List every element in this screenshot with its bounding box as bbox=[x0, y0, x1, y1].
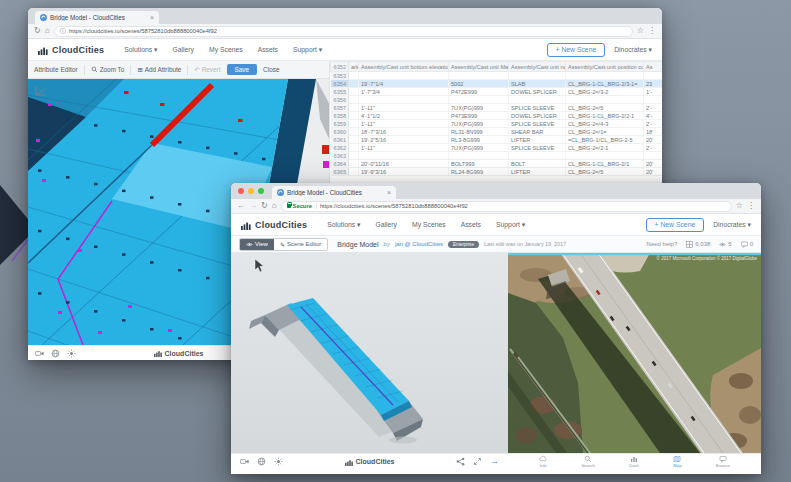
table-cell[interactable] bbox=[349, 152, 359, 160]
videocam-icon[interactable] bbox=[240, 457, 249, 466]
url-field[interactable]: ⓘ https://cloudcities.io/scenes/58752810… bbox=[54, 26, 633, 37]
table-row[interactable]: 6363 bbox=[331, 152, 663, 160]
table-cell[interactable] bbox=[349, 112, 359, 120]
table-cell[interactable] bbox=[566, 152, 644, 160]
globe-icon[interactable] bbox=[257, 457, 266, 466]
bookmark-star-icon[interactable]: ☆ bbox=[637, 27, 644, 35]
nav-link-my-scenes[interactable]: My Scenes bbox=[209, 46, 243, 54]
nav-link-support[interactable]: Support ▾ bbox=[496, 221, 525, 229]
url-field[interactable]: Secure https://cloudcities.io/scenes/587… bbox=[281, 201, 732, 212]
table-cell[interactable]: P473E999 bbox=[449, 112, 509, 120]
scene-editor-button[interactable]: ✎ Scene Editor bbox=[274, 239, 327, 250]
map-tool-map[interactable]: Map bbox=[673, 455, 681, 468]
nav-link-gallery[interactable]: Gallery bbox=[375, 221, 397, 229]
table-row[interactable]: 6353 bbox=[331, 72, 663, 80]
table-cell[interactable]: BOLT999 bbox=[449, 160, 509, 168]
table-cell[interactable]: CL_BRG-2=/5 bbox=[566, 104, 644, 112]
table-cell[interactable]: DOWEL SPLICER bbox=[509, 88, 566, 96]
table-cell[interactable]: 18'-7"3/16 bbox=[359, 128, 449, 136]
new-scene-button[interactable]: + New Scene bbox=[646, 218, 705, 232]
home-icon[interactable]: ⌂ bbox=[272, 202, 277, 210]
table-cell[interactable]: CL_BRG-2=/5 bbox=[566, 168, 644, 176]
table-cell[interactable]: RL24-8G999 bbox=[449, 168, 509, 176]
new-scene-button[interactable]: + New Scene bbox=[547, 43, 606, 57]
table-cell[interactable] bbox=[349, 88, 359, 96]
table-cell[interactable] bbox=[449, 72, 509, 80]
info-circle-icon[interactable]: ⓘ bbox=[60, 27, 67, 36]
nav-link-assets[interactable]: Assets bbox=[258, 46, 278, 54]
table-cell[interactable] bbox=[349, 104, 359, 112]
secure-badge[interactable]: Secure bbox=[287, 203, 317, 209]
table-cell[interactable]: 20' bbox=[644, 160, 663, 168]
column-header[interactable]: Assembly/Cast unit Mark bbox=[449, 62, 509, 72]
table-cell[interactable] bbox=[359, 96, 449, 104]
nav-link-my-scenes[interactable]: My Scenes bbox=[412, 221, 446, 229]
browser-tab[interactable]: Bridge Model - CloudCities × bbox=[272, 186, 396, 199]
table-cell[interactable]: 20'-0"11/16 bbox=[359, 160, 449, 168]
column-header[interactable]: ark bbox=[349, 62, 359, 72]
videocam-icon[interactable] bbox=[35, 349, 44, 358]
table-cell[interactable]: 4'-1"1/2 bbox=[359, 112, 449, 120]
table-cell[interactable]: 19'-2"5/16 bbox=[359, 136, 449, 144]
reload-icon[interactable]: ↻ bbox=[34, 27, 41, 35]
table-cell[interactable]: RL31-8N999 bbox=[449, 128, 509, 136]
table-cell[interactable] bbox=[359, 72, 449, 80]
model-3d-pane[interactable] bbox=[231, 253, 508, 453]
table-cell[interactable]: CL_BRG-1-CL_BRG-2/2-1 bbox=[566, 112, 644, 120]
user-menu[interactable]: Dinocrates ▾ bbox=[614, 46, 652, 54]
table-row[interactable]: 636519'-9"3/16RL24-8G999LIFTERCL_BRG-2=/… bbox=[331, 168, 663, 176]
bookmark-star-icon[interactable]: ☆ bbox=[736, 202, 743, 210]
globe-icon[interactable] bbox=[51, 349, 60, 358]
nav-link-assets[interactable]: Assets bbox=[461, 221, 481, 229]
table-cell[interactable]: 20' bbox=[644, 168, 663, 176]
view-mode-button[interactable]: View bbox=[240, 239, 274, 250]
table-cell[interactable] bbox=[449, 152, 509, 160]
table-cell[interactable]: DOWEL SPLICER bbox=[509, 112, 566, 120]
table-cell[interactable] bbox=[509, 152, 566, 160]
table-cell[interactable]: CL_BRG-2=/3-2 bbox=[566, 88, 644, 96]
reload-icon[interactable]: ↻ bbox=[261, 202, 268, 210]
browser-menu-icon[interactable]: ⋮ bbox=[747, 202, 755, 210]
share-icon[interactable] bbox=[456, 457, 465, 466]
nav-link-gallery[interactable]: Gallery bbox=[172, 46, 194, 54]
table-cell[interactable]: 5002 bbox=[449, 80, 509, 88]
table-row[interactable]: 635419'-7"1/45002SLABCL_BRG-1-CL_BRG-2/3… bbox=[331, 80, 663, 88]
table-row[interactable]: 63591'-11"7UX(PG)999SPLICE SLEEVECL_BRG-… bbox=[331, 120, 663, 128]
table-cell[interactable]: SHEAR BAR bbox=[509, 128, 566, 136]
table-cell[interactable] bbox=[644, 96, 663, 104]
table-cell[interactable]: 20' bbox=[644, 136, 663, 144]
table-cell[interactable]: 7UX(PG)999 bbox=[449, 120, 509, 128]
table-cell[interactable]: 7UX(PG)999 bbox=[449, 104, 509, 112]
table-cell[interactable]: 1'-11" bbox=[359, 120, 449, 128]
table-cell[interactable] bbox=[349, 120, 359, 128]
table-cell[interactable]: P472E999 bbox=[449, 88, 509, 96]
table-cell[interactable]: CL_BRG-2=/4-3 bbox=[566, 120, 644, 128]
table-cell[interactable]: CL_BRG-2=/1= bbox=[566, 128, 644, 136]
scene-author-link[interactable]: jan @ CloudCities bbox=[395, 241, 443, 247]
table-cell[interactable] bbox=[566, 96, 644, 104]
sun-icon[interactable] bbox=[274, 457, 283, 466]
home-icon[interactable]: ⌂ bbox=[45, 27, 50, 35]
table-cell[interactable] bbox=[509, 96, 566, 104]
table-cell[interactable]: SLAB bbox=[509, 80, 566, 88]
table-row[interactable]: 63584'-1"1/2P473E999DOWEL SPLICERCL_BRG-… bbox=[331, 112, 663, 120]
table-cell[interactable] bbox=[349, 96, 359, 104]
table-cell[interactable] bbox=[449, 96, 509, 104]
attribute-table[interactable]: 6352arkAssembly/Cast unit bottom elevati… bbox=[330, 61, 662, 176]
table-cell[interactable] bbox=[349, 72, 359, 80]
table-row[interactable]: 63621'-11"7UX(PG)999SPLICE SLEEVECL_BRG-… bbox=[331, 144, 663, 152]
nav-link-support[interactable]: Support ▾ bbox=[293, 46, 322, 54]
table-cell[interactable] bbox=[349, 136, 359, 144]
table-cell[interactable]: 1'- bbox=[644, 88, 663, 96]
tab-close-icon[interactable]: × bbox=[150, 14, 154, 21]
next-arrow-icon[interactable]: → bbox=[490, 457, 499, 466]
table-cell[interactable]: 1'-11" bbox=[359, 104, 449, 112]
table-cell[interactable]: CL_BRG-2=/2-1 bbox=[566, 144, 644, 152]
table-cell[interactable]: 18' bbox=[644, 128, 663, 136]
table-row[interactable]: 63551'-7"3/4P472E999DOWEL SPLICERCL_BRG-… bbox=[331, 88, 663, 96]
table-cell[interactable] bbox=[349, 128, 359, 136]
brand-logo[interactable]: CloudCities bbox=[241, 220, 307, 230]
table-cell[interactable]: RL3-8G999 bbox=[449, 136, 509, 144]
nav-link-solutions[interactable]: Solutions ▾ bbox=[124, 46, 157, 54]
table-cell[interactable]: 23 bbox=[644, 80, 663, 88]
